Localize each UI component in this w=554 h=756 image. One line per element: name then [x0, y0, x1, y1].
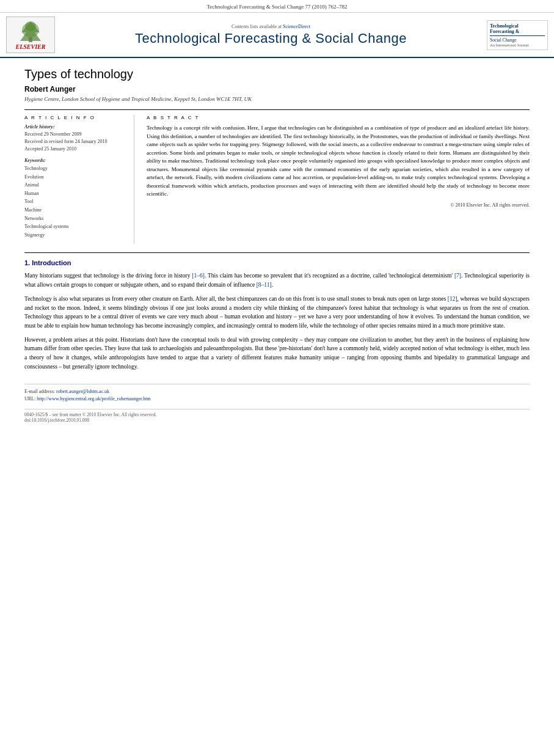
- journal-header: ELSEVIER Contents lists available at Sci…: [0, 13, 554, 58]
- keywords-list: Technology Evolution Animal Human Tool M…: [24, 164, 126, 239]
- journal-name: Technological Forecasting & Social Chang…: [60, 31, 482, 46]
- footer-bar: 0040-1625/$ – see front matter © 2010 El…: [24, 409, 530, 423]
- keyword-item: Networks: [24, 215, 126, 223]
- elsevier-logo-icon: [15, 20, 46, 43]
- journal-title-block: Contents lists available at ScienceDirec…: [60, 24, 482, 46]
- keyword-item: Evolution: [24, 173, 126, 182]
- keyword-item: Machine: [24, 206, 126, 215]
- history-received: Received 29 November 2009: [24, 131, 126, 138]
- article-info-heading: A R T I C L E I N F O: [24, 115, 126, 120]
- keywords-label: Keywords:: [24, 158, 126, 163]
- article-history-group: Article history: Received 29 November 20…: [24, 124, 126, 153]
- svg-point-3: [25, 21, 36, 31]
- history-accepted: Accepted 25 January 2010: [24, 145, 126, 153]
- footnote-area: E-mail address: robert.aunger@lshtm.ac.u…: [24, 384, 530, 403]
- keywords-group: Keywords: Technology Evolution Animal Hu…: [24, 158, 126, 239]
- main-content: Types of technology Robert Aunger Hygien…: [0, 58, 554, 435]
- keyword-item: Animal: [24, 181, 126, 189]
- keyword-item: Tool: [24, 197, 126, 206]
- keyword-item: Technology: [24, 164, 126, 173]
- body-paragraph-2: Technology is also what separates us fro…: [24, 295, 530, 331]
- url-link[interactable]: http://www.hygiencentral.org.uk/profile_…: [37, 396, 150, 402]
- article-title: Types of technology: [24, 67, 530, 81]
- keyword-item: Human: [24, 189, 126, 198]
- email-link[interactable]: robert.aunger@lshtm.ac.uk: [56, 389, 109, 394]
- copyright-line: © 2010 Elsevier Inc. All rights reserved…: [147, 202, 530, 208]
- article-affiliation: Hygiene Centre, London School of Hygiene…: [24, 96, 530, 102]
- body-paragraph-3: However, a problem arises at this point.…: [24, 336, 530, 372]
- footer-issn: 0040-1625/$ – see front matter © 2010 El…: [24, 412, 530, 417]
- keyword-item: Stigmergy: [24, 231, 126, 240]
- footnote-url: URL: http://www.hygiencentral.org.uk/pro…: [24, 395, 530, 403]
- article-info-column: A R T I C L E I N F O Article history: R…: [24, 115, 134, 244]
- body-content: 1. Introduction Many historians suggest …: [24, 252, 530, 371]
- footer-doi: doi:10.1016/j.techfore.2010.01.008: [24, 417, 530, 423]
- section1-title: 1. Introduction: [24, 259, 530, 266]
- abstract-heading: A B S T R A C T: [147, 115, 530, 120]
- sciencedirect-line: Contents lists available at ScienceDirec…: [60, 24, 482, 29]
- keyword-item: Technological systems: [24, 222, 126, 231]
- journal-citation: Technological Forecasting & Social Chang…: [0, 0, 554, 13]
- article-info-abstract-section: A R T I C L E I N F O Article history: R…: [24, 109, 530, 244]
- body-paragraph-1: Many historians suggest that technology …: [24, 271, 530, 289]
- abstract-text: Technology is a concept rife with confus…: [147, 124, 530, 199]
- elsevier-logo: ELSEVIER: [6, 17, 55, 53]
- footnote-email: E-mail address: robert.aunger@lshtm.ac.u…: [24, 388, 530, 395]
- history-revised: Received in revised form 24 January 2010: [24, 138, 126, 145]
- abstract-column: A B S T R A C T Technology is a concept …: [147, 115, 530, 244]
- journal-right-logo: Technological Forecasting & Social Chang…: [487, 20, 548, 50]
- history-label: Article history:: [24, 124, 126, 130]
- article-author: Robert Aunger: [24, 85, 530, 94]
